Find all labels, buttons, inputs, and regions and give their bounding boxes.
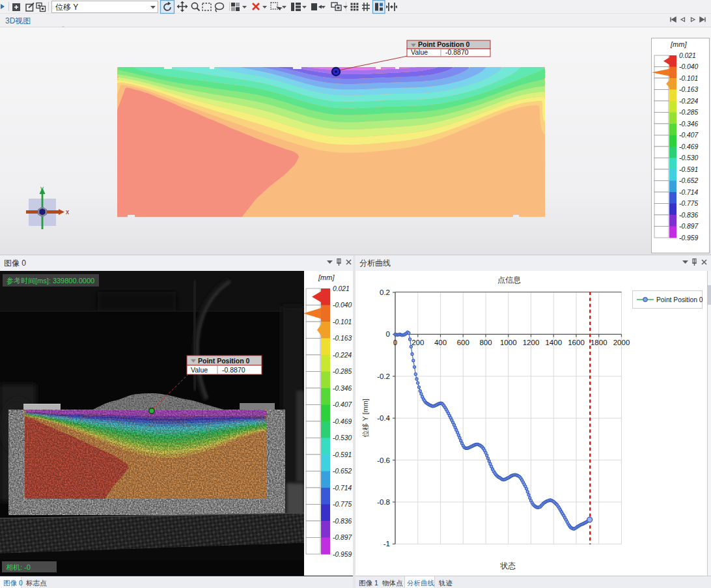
- svg-text:-0.897: -0.897: [679, 223, 699, 230]
- svg-text:-0.6: -0.6: [377, 456, 390, 464]
- svg-text:3D视图: 3D视图: [5, 16, 31, 25]
- svg-text:1400: 1400: [545, 339, 562, 346]
- svg-text:Point Position 0: Point Position 0: [198, 357, 249, 365]
- svg-text:Point Position 0: Point Position 0: [418, 40, 469, 48]
- svg-text:-0.591: -0.591: [679, 166, 698, 173]
- svg-text:Value: Value: [191, 366, 208, 374]
- svg-text:位移 Y [mm]: 位移 Y [mm]: [361, 399, 369, 438]
- svg-text:-0.714: -0.714: [333, 484, 352, 492]
- svg-text:位移 Y: 位移 Y: [55, 3, 78, 12]
- svg-text:-0.652: -0.652: [679, 177, 698, 184]
- svg-text:Value: Value: [411, 48, 428, 56]
- svg-text:-0.224: -0.224: [333, 352, 352, 359]
- svg-text:-0.591: -0.591: [333, 451, 352, 458]
- svg-text:-0.407: -0.407: [679, 132, 699, 139]
- svg-text:-0.8: -0.8: [377, 498, 390, 506]
- svg-text:-0.714: -0.714: [679, 189, 698, 196]
- svg-text:-0.040: -0.040: [333, 301, 352, 309]
- svg-text:-0.040: -0.040: [679, 63, 698, 70]
- svg-text:x: x: [66, 208, 69, 216]
- svg-text:400: 400: [434, 339, 447, 346]
- svg-text:-0.101: -0.101: [333, 318, 352, 326]
- svg-text:-0.469: -0.469: [679, 143, 698, 150]
- svg-text:-0.775: -0.775: [679, 200, 698, 207]
- svg-text:1200: 1200: [523, 339, 540, 346]
- svg-text:-0.836: -0.836: [333, 518, 352, 525]
- svg-text:200: 200: [411, 339, 424, 346]
- svg-text:-0.163: -0.163: [679, 86, 698, 93]
- svg-text:-0.959: -0.959: [679, 234, 698, 242]
- svg-text:-0.530: -0.530: [679, 154, 698, 161]
- svg-text:-0.101: -0.101: [679, 75, 698, 82]
- svg-text:-0.8870: -0.8870: [445, 48, 469, 56]
- svg-text:-0.346: -0.346: [333, 385, 352, 392]
- svg-text:-0.285: -0.285: [679, 109, 698, 116]
- svg-text:y: y: [40, 185, 44, 192]
- svg-text:-0.652: -0.652: [333, 468, 352, 475]
- svg-text:-1: -1: [383, 540, 390, 548]
- svg-text:0.2: 0.2: [380, 288, 390, 296]
- svg-text:Point Position 0: Point Position 0: [656, 296, 703, 303]
- svg-text:-0.897: -0.897: [333, 534, 352, 541]
- svg-text:[mm]: [mm]: [670, 40, 687, 48]
- svg-text:-0.959: -0.959: [333, 551, 352, 558]
- svg-text:相机: -0: 相机: -0: [6, 563, 31, 571]
- svg-text:-0.163: -0.163: [333, 335, 352, 342]
- svg-text:2000: 2000: [613, 339, 630, 346]
- svg-text:-0.407: -0.407: [333, 401, 352, 408]
- svg-text:800: 800: [479, 339, 492, 346]
- svg-text:点信息: 点信息: [497, 275, 521, 285]
- svg-text:-0.2: -0.2: [377, 372, 390, 380]
- svg-text:1000: 1000: [500, 339, 517, 346]
- svg-text:-0.346: -0.346: [679, 120, 698, 128]
- svg-text:600: 600: [457, 339, 469, 346]
- svg-text:-0.836: -0.836: [679, 212, 698, 219]
- svg-text:[mm]: [mm]: [318, 273, 335, 281]
- svg-text:0: 0: [393, 339, 397, 346]
- svg-text:-0.4: -0.4: [377, 414, 390, 422]
- svg-text:状态: 状态: [499, 561, 516, 570]
- svg-text:1600: 1600: [568, 339, 585, 346]
- svg-text:-0.530: -0.530: [333, 434, 352, 441]
- svg-text:1800: 1800: [591, 339, 607, 346]
- svg-text:-0.775: -0.775: [333, 501, 352, 508]
- svg-text:-0.285: -0.285: [333, 368, 352, 375]
- svg-text:参考时间[ms]: 339800.0000: 参考时间[ms]: 339800.0000: [7, 277, 94, 285]
- svg-text:0: 0: [386, 330, 390, 338]
- svg-text:0.021: 0.021: [679, 52, 696, 59]
- svg-text:0.021: 0.021: [333, 285, 350, 292]
- svg-text:-0.469: -0.469: [333, 418, 352, 425]
- svg-text:-0.224: -0.224: [679, 98, 698, 105]
- svg-text:-0.8870: -0.8870: [222, 366, 245, 374]
